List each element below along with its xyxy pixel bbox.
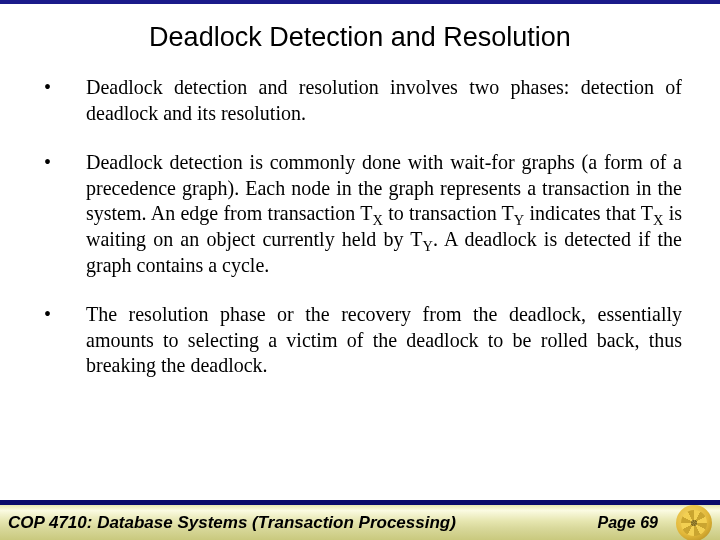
- bullet-1: Deadlock detection and resolution involv…: [38, 75, 682, 126]
- bullet-2: Deadlock detection is commonly done with…: [38, 150, 682, 278]
- b2-sub-y1: Y: [514, 212, 524, 228]
- slide-title: Deadlock Detection and Resolution: [38, 22, 682, 53]
- bullet-list: Deadlock detection and resolution involv…: [38, 75, 682, 379]
- ucf-pegasus-logo-icon: [676, 505, 712, 540]
- slide-body: Deadlock Detection and Resolution Deadlo…: [0, 4, 720, 500]
- b2-sub-y2: Y: [422, 238, 432, 254]
- b2-text: to transaction T: [383, 202, 514, 224]
- footer-bar: COP 4710: Database Systems (Transaction …: [0, 500, 720, 540]
- footer-page: Page 69: [598, 514, 658, 532]
- b2-sub-x1: X: [372, 212, 382, 228]
- b2-text: indicates that T: [524, 202, 653, 224]
- bullet-3: The resolution phase or the recovery fro…: [38, 302, 682, 379]
- footer-course: COP 4710: Database Systems (Transaction …: [8, 513, 598, 533]
- b2-sub-x2: X: [653, 212, 663, 228]
